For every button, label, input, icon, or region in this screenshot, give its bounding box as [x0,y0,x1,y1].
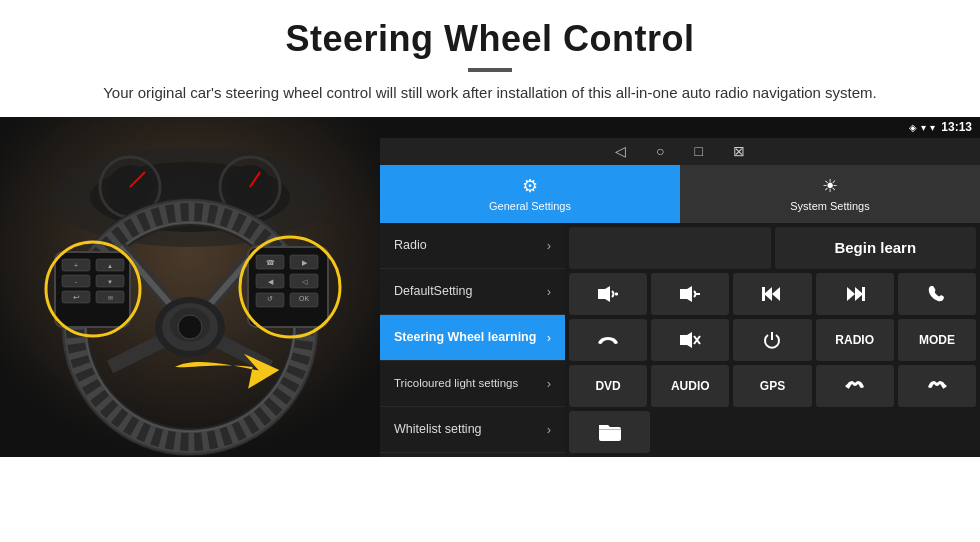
nav-bar: ◁ ○ □ ⊠ [380,138,980,165]
steering-wheel-image: + ▲ - ▼ ↩ ✉ ☎ ▶ ◀ ◁ ↺ OK [0,117,380,457]
mode-button-label: MODE [919,333,955,347]
svg-text:↺: ↺ [267,295,273,302]
last-row [569,411,976,453]
title-divider [468,68,512,72]
menu-item-default-setting[interactable]: DefaultSetting › [380,269,565,315]
menu-item-steering-wheel-label: Steering Wheel learning [394,330,536,344]
menu-item-whitelist[interactable]: Whitelist setting › [380,407,565,453]
svg-marker-57 [772,287,780,301]
menu-item-tricoloured-label: Tricoloured light settings [394,377,518,389]
system-settings-icon: ☀ [822,175,838,197]
dvd-button[interactable]: DVD [569,365,647,407]
back-nav-icon[interactable]: ◁ [615,143,626,159]
begin-learn-button[interactable]: Begin learn [775,227,977,269]
folder-button[interactable] [569,411,650,453]
status-bar: ◈ ▾ ▾ 13:13 [380,117,980,138]
menu-item-whitelist-chevron: › [547,422,551,437]
audio-button[interactable]: AUDIO [651,365,729,407]
volume-up-button[interactable] [569,273,647,315]
mute-button[interactable] [651,319,729,361]
menu-item-default-setting-label: DefaultSetting [394,284,473,298]
hangup-button[interactable] [569,319,647,361]
status-icons: ◈ ▾ ▾ [909,122,935,133]
svg-rect-62 [862,287,865,301]
prev-track-button[interactable] [733,273,811,315]
svg-rect-59 [762,287,765,301]
next-track-button[interactable] [816,273,894,315]
svg-text:✉: ✉ [108,295,113,301]
svg-text:↩: ↩ [73,293,80,302]
svg-marker-55 [680,286,692,302]
svg-text:▼: ▼ [107,279,113,285]
menu-item-tricoloured[interactable]: Tricoloured light settings › [380,361,565,407]
svg-rect-69 [599,429,621,430]
wifi-icon: ▾ [930,122,935,133]
status-time: 13:13 [941,120,972,134]
menu-item-steering-wheel-chevron: › [547,330,551,345]
signal-icon: ▾ [921,122,926,133]
gps-button-label: GPS [760,379,785,393]
svg-marker-58 [764,287,772,301]
location-icon: ◈ [909,122,917,133]
tab-bar: ⚙ General Settings ☀ System Settings [380,165,980,223]
svg-marker-67 [845,383,849,389]
menu-item-radio-label: Radio [394,238,427,252]
svg-marker-52 [598,286,610,302]
menu-item-radio[interactable]: Radio › [380,223,565,269]
top-section: Steering Wheel Control Your original car… [0,0,980,117]
tab-general-settings[interactable]: ⚙ General Settings [380,165,680,223]
tab-system-settings-label: System Settings [790,200,869,212]
right-controls: Begin learn [565,223,980,457]
gps-button[interactable]: GPS [733,365,811,407]
svg-text:☎: ☎ [266,259,275,266]
general-settings-icon: ⚙ [522,175,538,197]
svg-text:▲: ▲ [107,263,113,269]
extra-nav-icon[interactable]: ⊠ [733,143,745,159]
controls-row-2: RADIO MODE [569,319,976,361]
controls-row-1 [569,273,976,315]
begin-learn-row: Begin learn [569,227,976,269]
svg-marker-68 [943,383,947,389]
recent-nav-icon[interactable]: □ [695,143,703,159]
svg-text:OK: OK [299,295,309,302]
page-subtitle: Your original car's steering wheel contr… [60,82,920,105]
phone-button[interactable] [898,273,976,315]
menu-item-radio-chevron: › [547,238,551,253]
content-area: + ▲ - ▼ ↩ ✉ ☎ ▶ ◀ ◁ ↺ OK [0,117,980,457]
volume-down-button[interactable] [651,273,729,315]
menu-item-whitelist-label: Whitelist setting [394,422,482,436]
home-nav-icon[interactable]: ○ [656,143,664,159]
svg-point-23 [178,315,202,339]
menu-item-tricoloured-chevron: › [547,376,551,391]
svg-marker-60 [847,287,855,301]
phone-prev-button[interactable] [816,365,894,407]
svg-marker-63 [680,332,692,348]
svg-text:+: + [74,262,78,269]
android-main: Radio › DefaultSetting › Steering Wheel … [380,223,980,457]
phone-next-button[interactable] [898,365,976,407]
dvd-button-label: DVD [595,379,620,393]
tab-system-settings[interactable]: ☀ System Settings [680,165,980,223]
left-menu: Radio › DefaultSetting › Steering Wheel … [380,223,565,457]
radio-button-label: RADIO [835,333,874,347]
android-panel: ◈ ▾ ▾ 13:13 ◁ ○ □ ⊠ ⚙ General Settings ☀… [380,117,980,457]
mode-button[interactable]: MODE [898,319,976,361]
empty-slot [569,227,771,269]
audio-button-label: AUDIO [671,379,710,393]
page-title: Steering Wheel Control [60,18,920,60]
tab-general-settings-label: General Settings [489,200,571,212]
radio-button[interactable]: RADIO [816,319,894,361]
power-button[interactable] [733,319,811,361]
controls-row-3: DVD AUDIO GPS [569,365,976,407]
svg-marker-61 [855,287,863,301]
menu-item-steering-wheel[interactable]: Steering Wheel learning › [380,315,565,361]
menu-item-default-setting-chevron: › [547,284,551,299]
